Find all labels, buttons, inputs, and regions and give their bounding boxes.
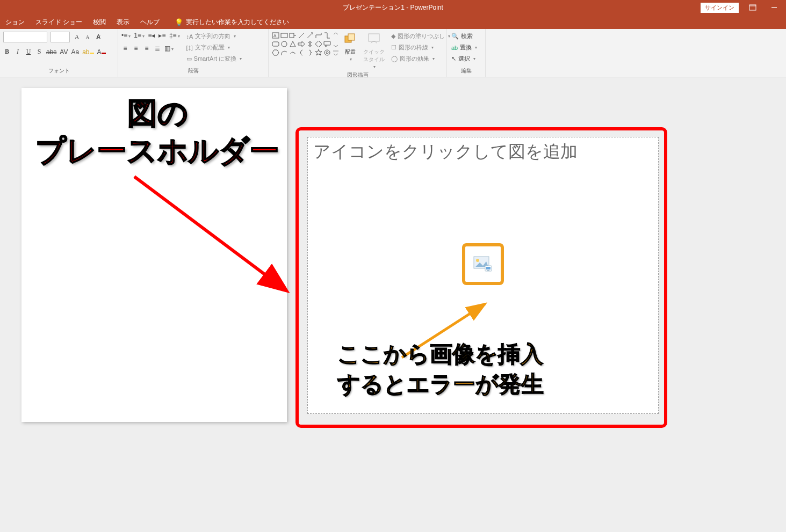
indent-decrease-button[interactable]: ≡◂ <box>148 32 155 39</box>
annotation-red-box: アイコンをクリックして図を追加 ここから画像を挿入 するとエラーが発生 <box>295 127 667 428</box>
annotation-orange-text: ここから画像を挿入 するとエラーが発生 <box>337 339 544 400</box>
shape-more3-icon[interactable] <box>332 49 340 56</box>
svg-rect-22 <box>486 267 491 269</box>
shape-triangle-icon[interactable] <box>289 40 297 48</box>
shape-flow-icon[interactable] <box>289 32 297 39</box>
shadow-button[interactable]: S <box>35 48 43 56</box>
text-direction-icon: ↕A <box>186 33 193 40</box>
underline-button[interactable]: U <box>25 48 32 56</box>
bullets-button[interactable]: •≡▾ <box>121 32 131 39</box>
bold-button[interactable]: B <box>3 48 11 56</box>
grow-font-icon[interactable]: A <box>73 33 81 41</box>
text-align-icon: [‡] <box>186 45 193 51</box>
align-center-button[interactable]: ≡ <box>132 45 140 52</box>
minimize-icon[interactable] <box>767 4 782 11</box>
align-justify-button[interactable]: ≣ <box>154 45 161 52</box>
slide-canvas-area[interactable]: 図の プレースホルダー アイコンをクリックして図を追加 <box>0 77 786 532</box>
font-color-button[interactable]: A <box>97 48 106 56</box>
shape-elbow-icon[interactable] <box>315 32 322 39</box>
shape-arrow-ud-icon[interactable] <box>306 40 314 48</box>
shape-fill-button[interactable]: ◆図形の塗りつぶし▾ <box>390 32 451 41</box>
annotation-orange-box <box>462 243 504 285</box>
shape-hex-icon[interactable] <box>272 49 279 56</box>
text-direction-button[interactable]: ↕A文字列の方向▾ <box>185 32 243 41</box>
ribbon-group-editing: 🔍検索 ab置換▾ ↖選択▾ 編集 <box>447 29 486 77</box>
tell-me-search[interactable]: 💡 実行したい作業を入力してください <box>169 15 294 29</box>
shape-outline-button[interactable]: ☐図形の枠線▾ <box>390 43 451 52</box>
find-icon: 🔍 <box>451 33 459 40</box>
placeholder-prompt: アイコンをクリックして図を追加 <box>308 137 658 166</box>
svg-line-7 <box>299 33 304 38</box>
svg-point-13 <box>326 52 328 54</box>
tab-help[interactable]: ヘルプ <box>135 15 165 29</box>
window-title: プレゼンテーション1 - PowerPoint <box>343 3 443 12</box>
arrange-icon <box>344 33 357 47</box>
shape-callout-icon[interactable] <box>323 40 331 48</box>
strike-button[interactable]: abc <box>46 48 56 56</box>
shape-rect-icon[interactable] <box>280 32 288 39</box>
shape-effects-icon: ◯ <box>391 55 398 62</box>
shape-lbrace-icon[interactable] <box>298 49 305 56</box>
shape-more1-icon[interactable] <box>332 32 340 39</box>
columns-button[interactable]: ▥▾ <box>164 45 174 52</box>
svg-text:A: A <box>273 33 277 38</box>
shape-donut-icon[interactable] <box>323 49 331 56</box>
select-button[interactable]: ↖選択▾ <box>450 54 478 63</box>
shape-rbrace-icon[interactable] <box>306 49 314 56</box>
shape-elbow2-icon[interactable] <box>323 32 331 39</box>
tab-review[interactable]: 校閲 <box>88 15 111 29</box>
smartart-convert-button[interactable]: ▭SmartArt に変換▾ <box>185 54 243 63</box>
shape-arrowline-icon[interactable] <box>306 32 314 39</box>
numbering-button[interactable]: 1≡▾ <box>134 32 145 39</box>
shape-diamond-icon[interactable] <box>315 40 322 48</box>
shapes-gallery[interactable]: A <box>272 32 340 56</box>
ribbon-group-paragraph: •≡▾ 1≡▾ ≡◂ ▸≡ ‡≡▾ ≡ ≡ ≡ ≣ ▥▾ ↕A文字列の方向▾ [… <box>118 29 269 77</box>
shape-line-icon[interactable] <box>298 32 305 39</box>
tab-view[interactable]: 表示 <box>111 15 135 29</box>
annotation-red-arrow <box>129 171 301 300</box>
insert-picture-icon[interactable] <box>473 256 493 272</box>
ribbon-display-icon[interactable] <box>745 4 760 11</box>
tab-slideshow[interactable]: スライド ショー <box>30 15 88 29</box>
shape-arc-icon[interactable] <box>280 49 288 56</box>
find-button[interactable]: 🔍検索 <box>450 32 478 41</box>
svg-point-20 <box>476 259 479 262</box>
shrink-font-icon[interactable]: A <box>84 34 91 40</box>
svg-rect-9 <box>272 42 279 46</box>
font-size-combo[interactable] <box>51 32 70 42</box>
quick-styles-icon <box>367 33 380 47</box>
quick-styles-button[interactable]: クイック スタイル▾ <box>361 32 387 70</box>
editing-group-label: 編集 <box>450 66 482 76</box>
align-right-button[interactable]: ≡ <box>143 45 150 52</box>
clear-format-icon[interactable]: A̷ <box>95 33 102 41</box>
shape-more2-icon[interactable] <box>332 40 340 48</box>
tab-partial[interactable]: ション <box>0 15 30 29</box>
replace-icon: ab <box>451 45 458 51</box>
indent-increase-button[interactable]: ▸≡ <box>158 32 166 39</box>
line-spacing-button[interactable]: ‡≡▾ <box>169 32 180 39</box>
highlight-button[interactable]: ab <box>82 48 93 56</box>
arrange-button[interactable]: 配置▾ <box>342 32 359 63</box>
italic-button[interactable]: I <box>14 48 21 56</box>
change-case-button[interactable]: Aa <box>71 48 79 56</box>
shape-arrow-r-icon[interactable] <box>298 40 305 48</box>
font-family-combo[interactable] <box>3 32 47 42</box>
svg-rect-6 <box>290 33 294 38</box>
shape-textbox-icon[interactable]: A <box>272 32 279 39</box>
picture-placeholder[interactable]: アイコンをクリックして図を追加 ここから画像を挿入 するとエラーが発生 <box>307 137 659 414</box>
align-left-button[interactable]: ≡ <box>121 45 129 52</box>
ribbon-tabs: ション スライド ショー 校閲 表示 ヘルプ 💡 実行したい作業を入力してくださ… <box>0 15 786 29</box>
svg-line-18 <box>134 177 285 289</box>
svg-point-10 <box>282 41 287 47</box>
svg-rect-16 <box>348 34 355 40</box>
shape-circle-icon[interactable] <box>280 40 288 48</box>
shape-roundrect-icon[interactable] <box>272 40 279 48</box>
ribbon-group-font: A A A̷ B I U S abc AV Aa ab A フォント <box>0 29 118 77</box>
signin-button[interactable]: サインイン <box>701 3 739 13</box>
char-spacing-button[interactable]: AV <box>60 48 68 56</box>
shape-effects-button[interactable]: ◯図形の効果▾ <box>390 54 451 63</box>
shape-curve-icon[interactable] <box>289 49 297 56</box>
shape-star-icon[interactable] <box>315 49 322 56</box>
replace-button[interactable]: ab置換▾ <box>450 43 478 52</box>
text-align-vert-button[interactable]: [‡]文字の配置▾ <box>185 43 243 52</box>
